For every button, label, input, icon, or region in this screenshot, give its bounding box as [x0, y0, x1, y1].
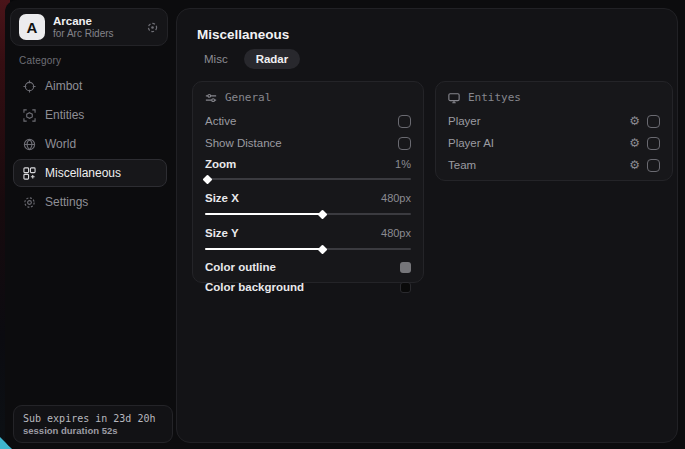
- slider-thumb[interactable]: [203, 174, 213, 184]
- toggle-row-active: Active: [205, 110, 411, 132]
- app-window: A Arcane for Arc Riders Category: [5, 0, 685, 449]
- player-checkbox[interactable]: [647, 115, 660, 128]
- toggle-label: Show Distance: [205, 137, 282, 149]
- entity-settings-gear-icon[interactable]: ⚙: [629, 115, 640, 127]
- slider-row-size-y: Size Y 480px: [205, 222, 411, 243]
- brand-subtitle: for Arc Riders: [53, 28, 138, 40]
- slider-thumb[interactable]: [318, 209, 328, 219]
- slider-value: 480px: [381, 227, 411, 239]
- category-label: Category: [19, 55, 61, 66]
- slider-label: Size X: [205, 192, 239, 204]
- slider-value: 1%: [395, 158, 411, 170]
- brand-settings-icon[interactable]: [146, 21, 159, 34]
- sidebar-item-label: Settings: [45, 195, 88, 209]
- active-checkbox[interactable]: [398, 115, 411, 128]
- toggle-label: Active: [205, 115, 236, 127]
- sidebar-item-label: Entities: [45, 108, 84, 122]
- general-card: General Active Show Distance Zoom 1%: [192, 81, 424, 283]
- slider-value: 480px: [381, 192, 411, 204]
- cube-scan-icon: [22, 109, 36, 122]
- entity-label: Player: [448, 115, 481, 127]
- toggle-row-show-distance: Show Distance: [205, 132, 411, 154]
- sidebar-nav: Aimbot Entities World: [13, 72, 167, 217]
- player-ai-checkbox[interactable]: [647, 137, 660, 150]
- slider-row-zoom: Zoom 1%: [205, 154, 411, 173]
- entities-card: Entityes Player ⚙ Player AI ⚙ Team: [435, 81, 673, 181]
- globe-icon: [22, 138, 36, 151]
- sidebar-item-entities[interactable]: Entities: [13, 101, 167, 129]
- slider-label: Size Y: [205, 227, 239, 239]
- brand-name: Arcane: [53, 15, 138, 28]
- entity-label: Player AI: [448, 137, 494, 149]
- slider-label: Zoom: [205, 158, 236, 170]
- sidebar-item-label: Aimbot: [45, 79, 82, 93]
- page-title: Miscellaneous: [197, 27, 289, 42]
- tab-misc[interactable]: Misc: [192, 49, 240, 69]
- entities-card-header: Entityes: [448, 91, 660, 104]
- sliders-icon: [205, 92, 217, 104]
- sidebar-item-aimbot[interactable]: Aimbot: [13, 72, 167, 100]
- sub-expiry-text: Sub expires in 23d 20h: [23, 413, 163, 424]
- color-outline-swatch[interactable]: [400, 262, 411, 273]
- size-x-slider[interactable]: [205, 210, 411, 218]
- team-checkbox[interactable]: [647, 159, 660, 172]
- grid-icon: [22, 167, 36, 180]
- color-background-swatch[interactable]: [400, 282, 411, 293]
- show-distance-checkbox[interactable]: [398, 137, 411, 150]
- general-card-title: General: [225, 91, 271, 104]
- general-card-header: General: [205, 91, 411, 104]
- entity-row-player: Player ⚙: [448, 110, 660, 132]
- color-label: Color outline: [205, 261, 276, 273]
- entity-row-player-ai: Player AI ⚙: [448, 132, 660, 154]
- brand-logo: A: [19, 14, 45, 40]
- monitor-icon: [448, 92, 460, 104]
- main-panel: Miscellaneous Misc Radar General Active: [176, 8, 678, 443]
- zoom-slider[interactable]: [205, 175, 411, 183]
- sidebar-item-label: World: [45, 137, 76, 151]
- entities-card-title: Entityes: [468, 91, 521, 104]
- gear-icon: [22, 196, 36, 209]
- slider-thumb[interactable]: [318, 244, 328, 254]
- crosshair-icon: [22, 80, 36, 93]
- size-y-slider[interactable]: [205, 245, 411, 253]
- tab-radar[interactable]: Radar: [244, 49, 301, 69]
- color-label: Color background: [205, 281, 304, 293]
- subscription-box: Sub expires in 23d 20h session duration …: [13, 405, 173, 443]
- sidebar-item-world[interactable]: World: [13, 130, 167, 158]
- tab-bar: Misc Radar: [192, 49, 300, 69]
- sidebar: A Arcane for Arc Riders Category: [5, 0, 175, 449]
- entity-row-team: Team ⚙: [448, 154, 660, 176]
- sidebar-item-miscellaneous[interactable]: Miscellaneous: [13, 159, 167, 187]
- session-duration-text: session duration 52s: [23, 425, 163, 436]
- color-row-background: Color background: [205, 277, 411, 297]
- entity-settings-gear-icon[interactable]: ⚙: [629, 137, 640, 149]
- brand-card: A Arcane for Arc Riders: [10, 8, 168, 46]
- sidebar-item-label: Miscellaneous: [45, 166, 121, 180]
- sidebar-item-settings[interactable]: Settings: [13, 188, 167, 216]
- entity-settings-gear-icon[interactable]: ⚙: [629, 159, 640, 171]
- entity-label: Team: [448, 159, 476, 171]
- slider-row-size-x: Size X 480px: [205, 187, 411, 208]
- color-row-outline: Color outline: [205, 257, 411, 277]
